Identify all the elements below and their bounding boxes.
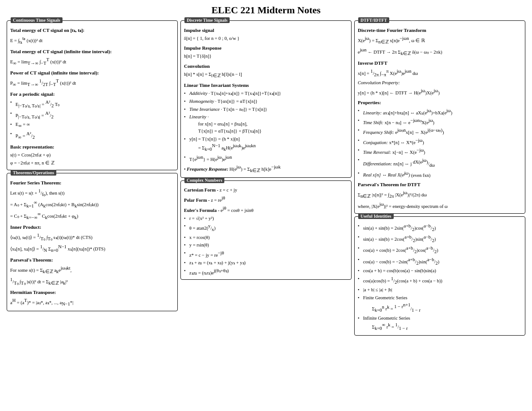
dts-h4: Linear Time Invariant Systems [184, 82, 348, 89]
dts-f3: h[n] * s[n] = Σl∈ℤ h[l]s[n − l] [184, 71, 348, 79]
cts-p3: E∞ = ∞ [10, 121, 174, 129]
ui-2: sin(a) − sin(b) = 2cos(a+b/2)sin(a−b/2) [358, 234, 522, 244]
th-f8: aH = (aT)* = |a₀*, a₁*, ..., aN−1*| [10, 297, 174, 308]
cts-p1: E|−T₀/₂, T₀/₂| = A²/2 T₀ [10, 99, 174, 109]
cn-euler: Euler's Formula - ejθ = cosθ + jsinθ [184, 205, 348, 214]
dts-lti6: T{ejωn} = H(ejω)ejωn [184, 154, 348, 163]
dts-lti5: y[n] = T{x[n]} = (h * x)[n] = Σk=0N−1 ak… [184, 136, 348, 153]
dtft-p6: Differentiation: nx[n] ↔ j dX(ejω)/dω [358, 157, 522, 169]
dts-lti-list: Additivity · T{x₁[n]+x₂[n]} = T{x₁[n]}+T… [184, 90, 348, 163]
dts-lti2: Homogeneity · T{αx[n]} = αT{x[n]} [184, 98, 348, 105]
dtft-h1: Discrete-time Fourier Transform [358, 27, 522, 34]
th-f1: Let s(t) = s(t + 1/f₀), then s(t) [10, 188, 174, 198]
cts-p2: P|−T₀/₂, T₀/₂| = A²/2 [10, 110, 174, 120]
th-f6: For some s(t) = Σk∈ℤ akejω₀kt, [10, 265, 174, 275]
ui-finite: Finite Geometric Series Σk=0n rk = 1 − r… [358, 294, 522, 314]
dts-h2: Impulse Response [184, 44, 348, 52]
cn-5: z* = c − jy = re−jθ [184, 250, 348, 258]
th-f5: ⟨x₁[n], x₂[n]⟩ = 1/N Σn=0N−1 x₁[n](x₂[n]… [10, 243, 174, 254]
ui-7: |a + b| ≤ |a| + |b| [358, 286, 522, 294]
cn-1: r = √(x² + y²) [184, 215, 348, 222]
th-h4: Hermitian Transpose: [10, 289, 174, 296]
dts-f2: h[n] = T{δ[n]} [184, 53, 348, 60]
cts-box: Continuous Time Signals Total energy of … [7, 20, 178, 170]
cts-h5: Basic representation: [10, 143, 174, 151]
cts-h4: For a periodic signal: [10, 90, 174, 98]
right-column: DTFT/IDTFT Discrete-time Fourier Transfo… [354, 20, 525, 336]
dtft-p7: Real x[n] ↔ Real X(ejω) (even fxn) [358, 170, 522, 179]
page-title: ELEC 221 Midterm Notes [7, 4, 525, 16]
dtft-f3: x[n] = 1/2π ∫−ππ X(ejω)ejωn dω [358, 68, 522, 78]
useful-title: Useful Identities [358, 213, 394, 219]
dts-title: Discrete Time Signals [184, 17, 230, 23]
cn-2: θ = atan2(y/x) [184, 223, 348, 233]
dts-lti3: Time Invariance · T{x[n − n₀]} = T{x[n]} [184, 106, 348, 113]
dtft-f2: ejωn ← DTFT → 2π Σk∈ℤ δ(ω − ω₀ − 2πk) [358, 47, 522, 57]
th-h2: Inner Product: [10, 223, 174, 231]
dtft-title: DTFT/IDTFT [358, 17, 389, 23]
dtft-h2: Inverse DTFT [358, 59, 522, 67]
dtft-box: DTFT/IDTFT Discrete-time Fourier Transfo… [354, 20, 525, 214]
main-grid: Continuous Time Signals Total energy of … [7, 20, 525, 336]
cn-6: z₁ + z₂ = (x₁ + x₂) + j(y₁ + y₂) [184, 259, 348, 266]
useful-list: sin(a) + sin(b) = 2sin(a+b/2)cos(a−b/2) … [358, 223, 522, 332]
cn-4: y = rsin(θ) [184, 242, 348, 249]
complex-title: Complex Numbers [184, 177, 224, 183]
dtft-conv-prop: Convolution Property: [358, 79, 522, 86]
cn-3: x = rcos(θ) [184, 234, 348, 241]
complex-list: r = √(x² + y²) θ = atan2(y/x) x = rcos(θ… [184, 215, 348, 277]
ui-4: cos(a) − cos(b) = −2sin(a+b/2)sin(a−b/2) [358, 256, 522, 266]
useful-box: Useful Identities sin(a) + sin(b) = 2sin… [354, 216, 525, 336]
cts-f5: φ = −2πf₀t + nπ, n ∈ ℤ [10, 160, 174, 167]
cts-h1: Total energy of CT signal on [t₁, t₂]: [10, 27, 174, 34]
cn-cartesian: Cartesian Form - z = c + jy [184, 187, 348, 194]
dts-content: Impulse signal δ[n] = { 1, for n = 0 ; 0… [184, 27, 348, 174]
left-column: Continuous Time Signals Total energy of … [7, 20, 178, 336]
th-f3: = C₀ + Σk=−∞∞ Ckcos(2πf₀kt + φk) [10, 211, 174, 221]
cts-f4: s(t) = Ccos(2πf₀t + φ) [10, 152, 174, 159]
dts-lti1: Additivity · T{x₁[n]+x₂[n]} = T{x₁[n]}+T… [184, 90, 348, 97]
ui-infinite: Infinite Geometric Series Σk=0∞ rk = 1/1… [358, 315, 522, 332]
complex-box: Complex Numbers Cartesian Form - z = c +… [180, 180, 352, 280]
dtft-h3: Properties: [358, 99, 522, 106]
useful-content: sin(a) + sin(b) = 2sin(a+b/2)cos(a−b/2) … [358, 223, 522, 332]
dtft-p1: Linearity: ax₁[n]+bx₂[n] ↔ aX₁(ejω)+bX₂(… [358, 107, 522, 116]
dtft-content: Discrete-time Fourier Transform X(ejω) =… [358, 27, 522, 210]
complex-content: Cartesian Form - z = c + jy Polar Form -… [184, 187, 348, 277]
dts-f1: δ[n] = { 1, for n = 0 ; 0, o/w } [184, 35, 348, 42]
cts-f1: E = ∫t₁t₂ (x(t))² dt [10, 35, 174, 46]
cts-content: Total energy of CT signal on [t₁, t₂]: E… [10, 27, 174, 167]
cts-f3: P∞ = limT→∞ 1/2T ∫−TT (x(t))² dt [10, 78, 174, 88]
ui-3: cos(a) + cos(b) = 2cos(a+b/2)cos(a−b/2) [358, 245, 522, 255]
dtft-p5: Time Reversal: x[−n] ↔ X(e−jω) [358, 147, 522, 156]
dtft-parseval1: Σn∈ℤ |x[n]|² = ∫2π |X(ejω)|²/(2π) dω [358, 189, 522, 200]
dtft-f1: X(ejω) = Σn∈ℤ x[n]e−jωn, ω ∈ ℝ [358, 35, 522, 46]
cts-periodic-list: E|−T₀/₂, T₀/₂| = A²/2 T₀ P|−T₀/₂, T₀/₂| … [10, 99, 174, 141]
dtft-f4: y[n] = (h * x)[n] ← DTFT → H(ejω)X(ejω) [358, 87, 522, 97]
cn-7: z₁z₂ = (r₁r₂)ej(θ₁+θ₂) [184, 267, 348, 276]
dtft-p4: Conjugation: x*[n] ↔ X*(e−jω) [358, 137, 522, 146]
cts-f2: E∞ = limT→∞ ∫−TT (x(t))² dt [10, 56, 174, 67]
cts-p4: P∞ = A²/2 [10, 130, 174, 141]
cn-polar: Polar Form - z = rejθ [184, 195, 348, 204]
cts-title: Continuous Time Signals [11, 17, 63, 23]
dtft-p2: Time Shift: x[n − n₀] ↔ e−jωn₀X(ejω) [358, 117, 522, 126]
dts-h1: Impulse signal [184, 27, 348, 34]
dtft-p3: Frequency Shift: ejω₀nx[n] ↔ X(ej(ω−ω₀)) [358, 127, 522, 136]
th-h3: Parseval's Theorem: [10, 256, 174, 264]
ui-1: sin(a) + sin(b) = 2sin(a+b/2)cos(a−b/2) [358, 223, 522, 233]
dts-h3: Convolution [184, 63, 348, 70]
th-f4: ⟨s₁(t), s₂(t)⟩ = 1/T₀ ∫T₀ s₁(t)(s₂(t))* … [10, 232, 174, 243]
mid-column: Discrete Time Signals Impulse signal δ[n… [180, 20, 352, 336]
cts-h2: Total energy of CT signal (infinite time… [10, 48, 174, 55]
th-f2: = A₀ + Σk=1∞ (Akcos(2πf₀kt) + Bksin(2πf₀… [10, 199, 174, 210]
dtft-parseval2: where, |X(ejω)|² = energy-density spectr… [358, 201, 522, 210]
theorems-box: Theorems/Operations Fourier Series Theor… [7, 173, 178, 311]
ui-5: cos(a + b) = cos(b)cos(a) − sin(b)sin(a) [358, 267, 522, 274]
theorems-content: Fourier Series Theorem: Let s(t) = s(t +… [10, 179, 174, 308]
dts-freq-resp: • Frequency Response: H(ejω) = Σk∈ℤ h[k]… [184, 164, 348, 174]
ui-6: cos(a)cos(b) = 1/2(cos(a + b) + cos(a − … [358, 275, 522, 286]
dts-lti4: Linearity · for x[n] = αx₁[n] + βx₂[n], … [184, 114, 348, 134]
dtft-h4: Parseval's Theorem for DTFT [358, 181, 522, 188]
dtft-props-list: Linearity: ax₁[n]+bx₂[n] ↔ aX₁(ejω)+bX₂(… [358, 107, 522, 179]
